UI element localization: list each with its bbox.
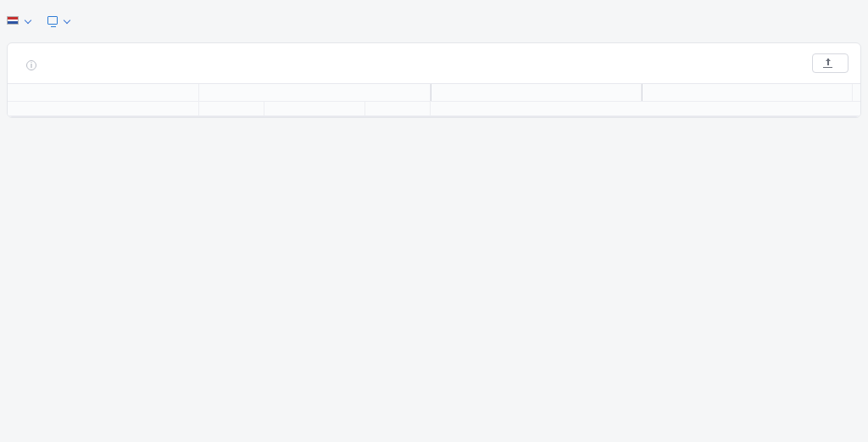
export-button[interactable] <box>812 53 849 73</box>
info-icon[interactable]: i <box>26 60 36 70</box>
device-dropdown[interactable] <box>47 16 70 25</box>
desktop-icon <box>47 16 58 25</box>
chevron-down-icon <box>25 16 31 23</box>
us-flag-icon <box>7 16 19 25</box>
col-domain[interactable] <box>8 84 199 101</box>
col-ads-traffic[interactable] <box>199 102 264 115</box>
col-group-2022 <box>642 84 853 101</box>
col-ads-keywords[interactable] <box>365 102 431 115</box>
col-group-2021 <box>431 84 642 101</box>
col-domain-spacer <box>8 102 199 115</box>
col-group-jun2022 <box>199 84 431 101</box>
database-dropdown[interactable] <box>7 16 31 25</box>
export-icon <box>823 59 832 68</box>
chevron-down-icon <box>64 16 70 23</box>
col-ads-traffic-price[interactable] <box>264 102 365 115</box>
